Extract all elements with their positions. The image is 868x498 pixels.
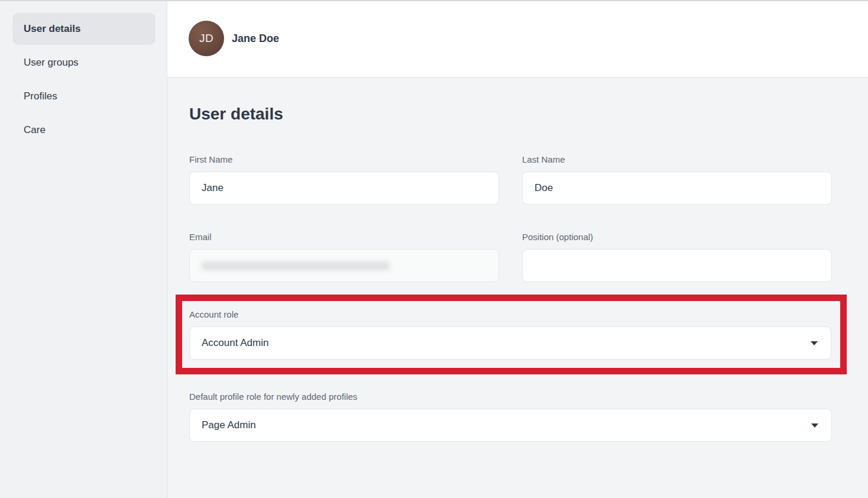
email-position-row: Email Position (optional) xyxy=(189,231,832,282)
account-role-field: Account role Account Admin xyxy=(189,308,831,360)
sidebar-item-care[interactable]: Care xyxy=(12,114,156,146)
red-highlight-rectangle: Account role Account Admin xyxy=(176,295,847,374)
redacted-email-value xyxy=(202,261,390,270)
avatar-initials: JD xyxy=(199,32,213,45)
default-profile-role-select[interactable]: Page Admin xyxy=(189,409,832,442)
sidebar-item-user-groups[interactable]: User groups xyxy=(12,47,156,79)
sidebar-item-label: Profiles xyxy=(24,90,57,102)
email-field: Email xyxy=(189,231,499,282)
app-root: User details User groups Profiles Care J… xyxy=(0,0,868,498)
account-role-label: Account role xyxy=(189,308,831,321)
name-row: First Name Last Name xyxy=(189,153,832,205)
sidebar-item-label: User details xyxy=(24,23,80,35)
account-role-value: Account Admin xyxy=(202,337,268,349)
main-column: JD Jane Doe User details First Name Last… xyxy=(167,0,868,498)
sidebar-item-profiles[interactable]: Profiles xyxy=(12,80,156,112)
content-area: User details First Name Last Name Email xyxy=(167,77,868,498)
first-name-input[interactable] xyxy=(189,172,499,205)
sidebar-item-label: User groups xyxy=(24,57,79,69)
default-profile-role-value: Page Admin xyxy=(202,419,256,431)
email-input[interactable] xyxy=(189,249,499,282)
last-name-input[interactable] xyxy=(522,172,832,205)
user-name: Jane Doe xyxy=(232,33,279,45)
user-header: JD Jane Doe xyxy=(167,0,868,77)
first-name-label: First Name xyxy=(189,153,499,166)
last-name-label: Last Name xyxy=(522,153,832,166)
sidebar-item-user-details[interactable]: User details xyxy=(12,13,156,45)
default-profile-role-field: Default profile role for newly added pro… xyxy=(189,390,832,442)
last-name-field: Last Name xyxy=(522,153,832,205)
sidebar: User details User groups Profiles Care xyxy=(0,0,167,498)
page-title: User details xyxy=(189,105,868,124)
user-details-form: First Name Last Name Email xyxy=(189,153,832,442)
chevron-down-icon xyxy=(811,341,818,345)
chevron-down-icon xyxy=(811,423,818,428)
position-field: Position (optional) xyxy=(522,231,832,282)
default-profile-role-label: Default profile role for newly added pro… xyxy=(189,390,832,403)
avatar: JD xyxy=(189,21,224,56)
sidebar-item-label: Care xyxy=(24,124,46,136)
first-name-field: First Name xyxy=(189,153,499,205)
email-label: Email xyxy=(189,231,499,244)
position-label: Position (optional) xyxy=(522,231,832,244)
window-top-edge xyxy=(0,0,868,1)
position-input[interactable] xyxy=(522,249,832,282)
account-role-select[interactable]: Account Admin xyxy=(189,326,831,360)
